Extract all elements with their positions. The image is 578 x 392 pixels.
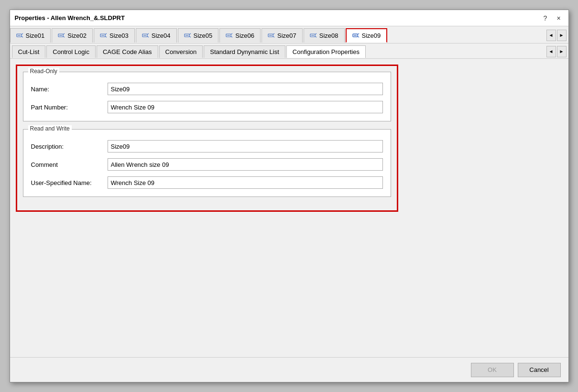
name-label: Name:	[31, 86, 108, 93]
size09-label: Size09	[362, 32, 381, 39]
size-tab-size02[interactable]: Size02	[52, 28, 93, 43]
size01-label: Size01	[26, 32, 45, 39]
tab-control-logic[interactable]: Control Logic	[46, 45, 96, 58]
prop-tabs-prev-button[interactable]: ◄	[546, 46, 556, 57]
size07-label: Size07	[277, 32, 296, 39]
read-only-section: Read-Only Name: Part Number:	[23, 72, 391, 121]
size04-icon	[142, 32, 150, 39]
svg-line-11	[105, 36, 107, 37]
svg-line-34	[358, 33, 359, 34]
size09-icon	[352, 32, 360, 39]
size02-icon	[58, 32, 65, 39]
svg-line-23	[231, 36, 232, 37]
tab-cage-code-alias-label: CAGE Code Alias	[103, 48, 152, 55]
size03-label: Size03	[109, 32, 129, 39]
svg-line-22	[231, 33, 232, 34]
comment-input[interactable]	[108, 158, 383, 171]
size-tabs-row: Size01 Size02 Si	[10, 26, 568, 44]
size-tab-size09[interactable]: Size09	[346, 28, 388, 43]
name-input[interactable]	[108, 83, 383, 95]
svg-line-27	[273, 36, 274, 37]
cancel-button[interactable]: Cancel	[518, 363, 561, 377]
svg-line-30	[315, 33, 316, 34]
prop-tabs-nav: ◄ ►	[546, 46, 568, 57]
size-tab-size04[interactable]: Size04	[136, 28, 177, 43]
svg-line-2	[22, 33, 23, 34]
tab-standard-dynamic-list[interactable]: Standard Dynynamic List	[204, 45, 285, 58]
size05-label: Size05	[194, 32, 213, 39]
size-tabs-nav: ◄ ►	[546, 30, 568, 41]
part-number-label: Part Number:	[31, 104, 108, 111]
size-tab-size08[interactable]: Size08	[304, 28, 345, 43]
tab-cut-list-label: Cut-List	[18, 48, 40, 55]
size05-icon	[184, 32, 192, 39]
tab-cut-list[interactable]: Cut-List	[12, 45, 46, 58]
tab-cage-code-alias[interactable]: CAGE Code Alias	[97, 45, 158, 58]
comment-row: Comment	[31, 158, 383, 171]
size-tab-size03[interactable]: Size03	[94, 28, 135, 43]
description-label: Description:	[31, 143, 108, 150]
size-tabs-prev-button[interactable]: ◄	[546, 30, 556, 41]
size-tab-size01[interactable]: Size01	[10, 28, 51, 43]
size07-icon	[268, 32, 275, 39]
svg-line-19	[189, 36, 191, 37]
comment-label: Comment	[31, 161, 108, 168]
title-bar-buttons: ? ×	[541, 13, 564, 23]
user-specified-label: User-Specified Name:	[31, 179, 108, 186]
ok-button[interactable]: OK	[471, 363, 514, 377]
config-properties-panel: Read-Only Name: Part Number: Read and Wr…	[16, 65, 398, 212]
description-row: Description:	[31, 140, 383, 152]
description-input[interactable]	[108, 140, 383, 152]
svg-line-10	[105, 33, 107, 34]
title-bar: Properties - Allen Wrench_&.SLDPRT ? ×	[10, 10, 568, 26]
svg-line-7	[63, 36, 65, 37]
svg-line-15	[147, 36, 149, 37]
tab-config-properties-label: Configuration Properties	[293, 48, 360, 55]
prop-tabs-row: Cut-List Control Logic CAGE Code Alias C…	[10, 44, 568, 59]
size03-icon	[100, 32, 108, 39]
size06-label: Size06	[235, 32, 254, 39]
tab-config-properties[interactable]: Configuration Properties	[286, 45, 366, 58]
size02-label: Size02	[67, 32, 87, 39]
svg-line-35	[358, 36, 359, 37]
tab-conversion-label: Conversion	[165, 48, 197, 55]
size-tab-size07[interactable]: Size07	[262, 28, 303, 43]
tab-conversion[interactable]: Conversion	[159, 45, 203, 58]
main-content: Read-Only Name: Part Number: Read and Wr…	[10, 59, 568, 357]
prop-tabs-next-button[interactable]: ►	[557, 46, 567, 57]
tab-control-logic-label: Control Logic	[53, 48, 89, 55]
part-number-input[interactable]	[108, 101, 383, 113]
size08-label: Size08	[319, 32, 338, 39]
user-specified-input[interactable]	[108, 176, 383, 189]
size-tab-size05[interactable]: Size05	[178, 28, 219, 43]
read-only-legend: Read-Only	[28, 68, 59, 75]
size01-icon	[16, 32, 24, 39]
svg-line-14	[147, 33, 149, 34]
size-tabs-next-button[interactable]: ►	[557, 30, 567, 41]
tab-standard-dynamic-list-label: Standard Dynynamic List	[210, 48, 279, 55]
dialog-footer: OK Cancel	[10, 357, 568, 382]
name-row: Name:	[31, 83, 383, 95]
size08-icon	[310, 32, 317, 39]
close-button[interactable]: ×	[554, 13, 564, 23]
svg-line-26	[273, 33, 274, 34]
help-button[interactable]: ?	[541, 13, 550, 23]
svg-line-18	[189, 33, 191, 34]
window-title: Properties - Allen Wrench_&.SLDPRT	[15, 14, 125, 22]
read-write-section: Read and Write Description: Comment User…	[23, 129, 391, 197]
read-write-legend: Read and Write	[28, 125, 72, 132]
part-number-row: Part Number:	[31, 101, 383, 113]
svg-line-31	[315, 36, 316, 37]
svg-line-3	[22, 36, 23, 37]
size06-icon	[226, 32, 233, 39]
user-specified-row: User-Specified Name:	[31, 176, 383, 189]
size-tab-size06[interactable]: Size06	[219, 28, 261, 43]
svg-line-6	[63, 33, 65, 34]
size04-label: Size04	[152, 32, 171, 39]
dialog-window: Properties - Allen Wrench_&.SLDPRT ? × S…	[10, 10, 569, 382]
